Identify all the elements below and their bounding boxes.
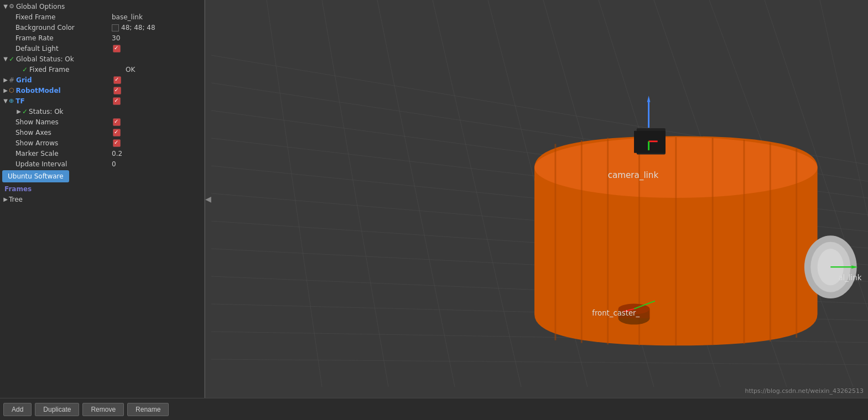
grid-expand[interactable]: ▶ (2, 77, 9, 83)
duplicate-button[interactable]: Duplicate (35, 403, 79, 416)
show-names-check-icon[interactable] (113, 118, 121, 126)
grid-row[interactable]: ▶ # Grid (0, 75, 204, 85)
global-options-label: Global Options (16, 3, 110, 11)
tf-status-label: Status: Ok (29, 108, 123, 116)
fixed-frame-value: base_link (110, 13, 202, 21)
show-axes-check-icon[interactable] (113, 129, 121, 136)
default-light-check-icon[interactable] (113, 45, 121, 53)
robot-model-label: RobotModel (16, 87, 110, 95)
remove-button[interactable]: Remove (82, 403, 124, 416)
left-panel: ▼ ⚙ Global Options Fixed Frame base_link… (0, 0, 205, 398)
panel-scroll-area (0, 204, 204, 260)
rename-button[interactable]: Rename (127, 403, 169, 416)
tf-status-row[interactable]: ▶ ✓ Status: Ok (0, 106, 204, 117)
tf-icon: ⊕ (9, 97, 14, 104)
default-light-row[interactable]: Default Light (0, 43, 204, 54)
update-interval-row[interactable]: Update Interval 0 (0, 159, 204, 169)
update-interval-value: 0 (110, 160, 202, 168)
marker-scale-value: 0.2 (110, 150, 202, 158)
collapse-arrow-icon: ◀ (205, 195, 211, 203)
viewport[interactable]: camera_link front_caster_ al_link https:… (211, 0, 868, 398)
tf-checkbox[interactable] (110, 97, 202, 105)
tree-area: ▼ ⚙ Global Options Fixed Frame base_link… (0, 0, 204, 398)
gear-icon: ⚙ (9, 3, 14, 10)
frames-label: Frames (2, 185, 32, 193)
show-axes-row[interactable]: Show Axes (0, 127, 204, 138)
tree-label: Tree (9, 196, 103, 203)
robot-model-checkbox[interactable] (110, 86, 202, 95)
tf-row[interactable]: ▼ ⊕ TF (0, 96, 204, 106)
tree-expand[interactable]: ▶ (2, 196, 9, 202)
add-button[interactable]: Add (3, 403, 32, 416)
show-names-label: Show Names (15, 118, 110, 126)
show-names-checkbox[interactable] (110, 118, 202, 126)
update-interval-label: Update Interval (15, 160, 110, 168)
show-axes-checkbox[interactable] (110, 128, 202, 136)
show-arrows-row[interactable]: Show Arrows (0, 138, 204, 148)
show-arrows-check-icon[interactable] (113, 139, 121, 147)
show-arrows-checkbox[interactable] (110, 139, 202, 147)
marker-scale-row[interactable]: Marker Scale 0.2 (0, 148, 204, 159)
show-axes-label: Show Axes (15, 129, 110, 136)
global-status-expand[interactable]: ▼ (2, 56, 9, 62)
background-color-row[interactable]: Background Color 48; 48; 48 (0, 22, 204, 33)
global-options-expand[interactable]: ▼ (2, 3, 9, 9)
robot-icon: ⬡ (9, 87, 14, 94)
bottom-bar: Add Duplicate Remove Rename (0, 398, 868, 420)
show-arrows-label: Show Arrows (15, 139, 110, 147)
background-color-label: Background Color (15, 24, 110, 32)
tf-status-check: ✓ (22, 108, 28, 116)
svg-marker-38 (647, 96, 651, 102)
collapse-handle[interactable]: ◀ (205, 0, 211, 398)
tf-label: TF (15, 97, 110, 105)
show-names-row[interactable]: Show Names (0, 117, 204, 127)
default-light-checkbox[interactable] (110, 44, 202, 53)
global-status-check-icon: ✓ (9, 55, 14, 63)
frames-row[interactable]: Frames (0, 183, 204, 194)
camera-link-label: camera_link (608, 170, 659, 181)
robot-scene: camera_link front_caster_ al_link (211, 0, 868, 398)
robot-model-check-icon[interactable] (113, 87, 121, 95)
global-options-row[interactable]: ▼ ⚙ Global Options (0, 1, 204, 12)
default-light-label: Default Light (15, 45, 110, 53)
fixed-frame-label: Fixed Frame (15, 13, 110, 21)
color-swatch[interactable] (112, 24, 119, 32)
grid-icon: # (9, 76, 14, 84)
global-status-row[interactable]: ▼ ✓ Global Status: Ok (0, 54, 204, 64)
frame-rate-value: 30 (110, 34, 202, 42)
tf-check-icon[interactable] (113, 97, 121, 105)
grid-check-icon[interactable] (113, 76, 121, 84)
fixed-frame-ok-label: Fixed Frame (29, 66, 123, 74)
fixed-frame-row[interactable]: Fixed Frame base_link (0, 12, 204, 22)
marker-scale-label: Marker Scale (15, 150, 110, 158)
al-link-label: al_link (839, 274, 862, 282)
frame-rate-label: Frame Rate (15, 34, 110, 42)
url-text: https://blog.csdn.net/weixin_43262513 (745, 387, 864, 395)
fixed-frame-ok-value: OK (123, 66, 202, 74)
frame-rate-row[interactable]: Frame Rate 30 (0, 33, 204, 43)
fixed-frame-ok-check: ✓ (22, 66, 28, 74)
grid-label: Grid (16, 76, 110, 84)
grid-checkbox[interactable] (110, 76, 202, 84)
background-color-value: 48; 48; 48 (110, 24, 202, 32)
fixed-frame-ok-row[interactable]: ✓ Fixed Frame OK (0, 64, 204, 75)
robot-model-expand[interactable]: ▶ (2, 87, 9, 93)
tree-row[interactable]: ▶ Tree (0, 194, 204, 204)
tooltip-popup: Ubuntu Software (2, 170, 69, 182)
tf-status-expand[interactable]: ▶ (15, 108, 22, 114)
robot-model-row[interactable]: ▶ ⬡ RobotModel (0, 85, 204, 96)
tooltip-label: Ubuntu Software (8, 172, 64, 180)
global-status-label: Global Status: Ok (16, 55, 110, 63)
front-caster-label: front_caster_ (592, 309, 640, 317)
tf-expand[interactable]: ▼ (2, 98, 9, 104)
